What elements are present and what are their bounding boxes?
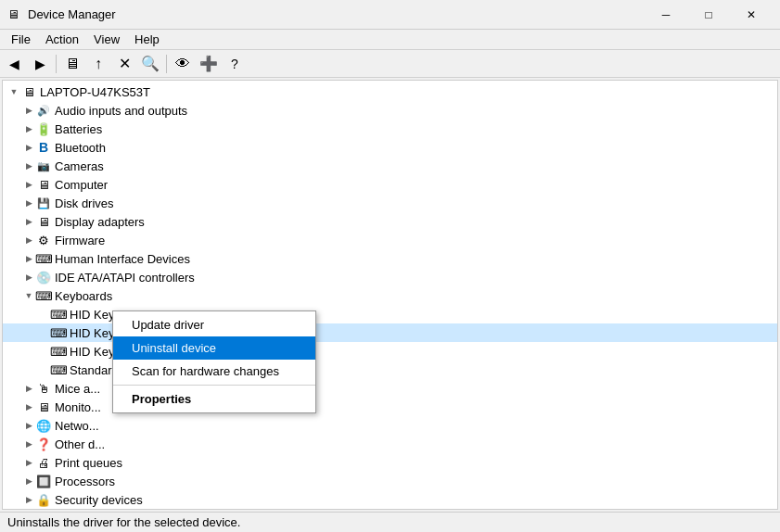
scan-hardware-button[interactable]: 🔍 <box>138 53 162 75</box>
diskdrives-expand-icon[interactable]: ▶ <box>21 196 36 210</box>
displayadapters-expand-icon[interactable]: ▶ <box>21 214 36 229</box>
ctx-uninstall-device[interactable]: Uninstall device <box>113 336 315 360</box>
mice-expand-icon[interactable]: ▶ <box>21 381 36 396</box>
tree-item-security[interactable]: ▶ 🔒 Security devices <box>3 490 777 509</box>
bluetooth-expand-icon[interactable]: ▶ <box>21 140 36 155</box>
minimize-button[interactable]: ─ <box>645 0 687 30</box>
computer-expand-icon[interactable]: ▶ <box>21 177 36 192</box>
tree-item-batteries[interactable]: ▶ 🔋 Batteries <box>3 120 777 138</box>
tree-item-audio[interactable]: ▶ Audio inputs and outputs <box>3 101 777 120</box>
status-bar: Uninstalls the driver for the selected d… <box>0 512 780 532</box>
hid-kb1-icon: ⌨ <box>51 307 66 322</box>
root-expand-icon[interactable]: ▼ <box>6 84 21 99</box>
diskdrives-icon <box>36 196 51 210</box>
batteries-label: Batteries <box>55 122 102 136</box>
tree-item-cameras[interactable]: ▶ Cameras <box>3 157 777 175</box>
hid-kb2-icon: ⌨ <box>51 325 66 340</box>
standard-icon: ⌨ <box>51 362 66 377</box>
tree-item-network[interactable]: ▶ 🌐 Netwo... <box>3 416 777 435</box>
security-label: Security devices <box>55 493 143 507</box>
processors-icon: 🔲 <box>36 474 51 488</box>
help-button[interactable]: ? <box>223 53 247 75</box>
security-icon: 🔒 <box>36 492 51 507</box>
tree-item-ide[interactable]: ▶ 💿 IDE ATA/ATAPI controllers <box>3 268 777 286</box>
keyboards-icon: ⌨ <box>36 288 51 303</box>
context-menu: Update driver Uninstall device Scan for … <box>112 310 316 413</box>
ide-expand-icon[interactable]: ▶ <box>21 270 36 285</box>
menu-bar: File Action View Help <box>0 30 780 50</box>
window-title: Device Manager <box>28 7 116 21</box>
menu-action[interactable]: Action <box>38 31 86 48</box>
displayadapters-label: Display adapters <box>55 215 145 229</box>
printqueues-expand-icon[interactable]: ▶ <box>21 455 36 470</box>
toolbar-separator-2 <box>166 55 167 73</box>
firmware-icon: ⚙ <box>36 233 51 247</box>
forward-button[interactable]: ▶ <box>28 53 52 75</box>
update-driver-button[interactable]: ↑ <box>86 53 110 75</box>
maximize-button[interactable]: □ <box>687 0 730 30</box>
toolbar: ◀ ▶ 🖥 ↑ ✕ 🔍 👁 ➕ ? <box>0 50 780 78</box>
processors-expand-icon[interactable]: ▶ <box>21 474 36 488</box>
tree-item-displayadapters[interactable]: ▶ 🖥 Display adapters <box>3 212 777 231</box>
hid-label: Human Interface Devices <box>55 252 190 266</box>
monitors-expand-icon[interactable]: ▶ <box>21 399 36 414</box>
device-tree[interactable]: ▼ 🖥 LAPTOP-U47KS53T ▶ Audio inputs and o… <box>2 80 778 510</box>
tree-item-keyboards[interactable]: ▼ ⌨ Keyboards <box>3 286 777 305</box>
tree-item-processors[interactable]: ▶ 🔲 Processors <box>3 472 777 490</box>
tree-item-firmware[interactable]: ▶ ⚙ Firmware <box>3 231 777 249</box>
menu-view[interactable]: View <box>86 31 127 48</box>
cameras-label: Cameras <box>55 159 104 173</box>
tree-item-computer[interactable]: ▶ 🖥 Computer <box>3 175 777 194</box>
ctx-scan-hardware[interactable]: Scan for hardware changes <box>113 360 315 383</box>
ctx-properties[interactable]: Properties <box>113 387 315 411</box>
tree-item-other[interactable]: ▶ ❓ Other d... <box>3 435 777 453</box>
other-icon: ❓ <box>36 437 51 451</box>
cameras-expand-icon[interactable]: ▶ <box>21 158 36 173</box>
tree-item-printqueues[interactable]: ▶ 🖨 Print queues <box>3 453 777 472</box>
ctx-separator <box>113 385 315 386</box>
hid-icon: ⌨ <box>36 251 51 266</box>
ide-label: IDE ATA/ATAPI controllers <box>55 271 195 285</box>
status-text: Uninstalls the driver for the selected d… <box>7 515 240 529</box>
title-bar: 🖥 Device Manager ─ □ ✕ <box>0 0 780 30</box>
processors-label: Processors <box>55 475 115 488</box>
keyboards-label: Keyboards <box>55 289 112 303</box>
diskdrives-label: Disk drives <box>55 196 114 210</box>
bluetooth-icon: B <box>36 140 51 155</box>
main-area: ▼ 🖥 LAPTOP-U47KS53T ▶ Audio inputs and o… <box>0 78 780 512</box>
ctx-update-driver[interactable]: Update driver <box>113 313 315 336</box>
audio-label: Audio inputs and outputs <box>55 104 187 118</box>
properties-button[interactable]: 🖥 <box>60 53 84 75</box>
menu-file[interactable]: File <box>4 31 38 48</box>
close-button[interactable]: ✕ <box>730 0 773 30</box>
monitors-label: Monito... <box>55 400 101 414</box>
printqueues-icon: 🖨 <box>36 455 51 470</box>
app-icon: 🖥 <box>7 7 22 22</box>
cameras-icon <box>36 158 51 173</box>
uninstall-button[interactable]: ✕ <box>112 53 136 75</box>
network-icon: 🌐 <box>36 418 51 433</box>
tree-root[interactable]: ▼ 🖥 LAPTOP-U47KS53T <box>3 82 777 101</box>
tree-item-diskdrives[interactable]: ▶ Disk drives <box>3 194 777 212</box>
audio-expand-icon[interactable]: ▶ <box>21 103 36 118</box>
bluetooth-label: Bluetooth <box>55 141 106 155</box>
back-button[interactable]: ◀ <box>2 53 26 75</box>
computer-label: Computer <box>55 178 108 192</box>
tree-item-bluetooth[interactable]: ▶ B Bluetooth <box>3 138 777 157</box>
tree-item-softwarecomponents[interactable]: ▶ 📦 Software components <box>3 509 777 510</box>
network-expand-icon[interactable]: ▶ <box>21 418 36 433</box>
menu-help[interactable]: Help <box>127 31 167 48</box>
other-label: Other d... <box>55 437 105 451</box>
tree-item-hid[interactable]: ▶ ⌨ Human Interface Devices <box>3 249 777 268</box>
monitors-icon: 🖥 <box>36 399 51 414</box>
security-expand-icon[interactable]: ▶ <box>21 492 36 507</box>
batteries-expand-icon[interactable]: ▶ <box>21 121 36 136</box>
show-hidden-button[interactable]: 👁 <box>171 53 195 75</box>
batteries-icon: 🔋 <box>36 121 51 136</box>
add-legacy-button[interactable]: ➕ <box>197 53 221 75</box>
other-expand-icon[interactable]: ▶ <box>21 437 36 451</box>
firmware-expand-icon[interactable]: ▶ <box>21 233 36 247</box>
displayadapters-icon: 🖥 <box>36 214 51 229</box>
computer-node-icon: 🖥 <box>36 177 51 192</box>
mice-label: Mice a... <box>55 382 100 396</box>
